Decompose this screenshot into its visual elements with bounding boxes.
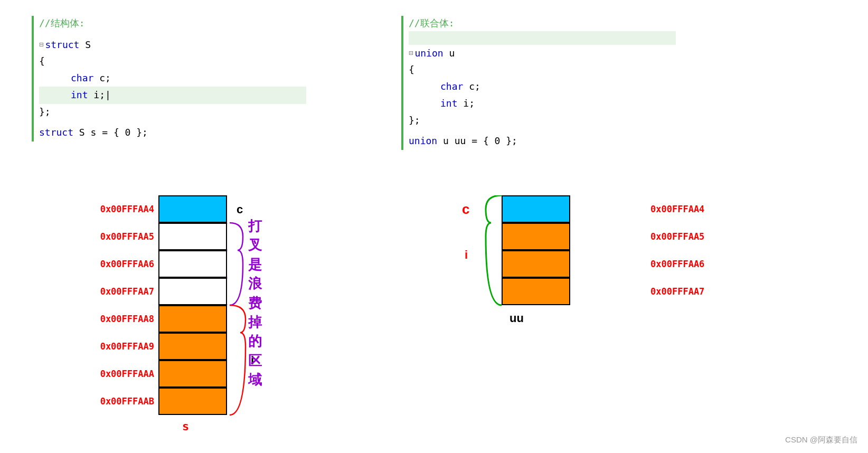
union-int-keyword: int xyxy=(440,95,463,112)
mem-row-aab: 0x00FFFAAB xyxy=(158,388,227,415)
union-addr-aa5: 0x00FFFAA5 xyxy=(650,231,761,242)
union-comment: //联合体: xyxy=(409,16,455,31)
mem-row-aaa: 0x00FFFAAA xyxy=(158,360,227,388)
addr-aa4: 0x00FFFAA4 xyxy=(43,204,154,214)
mem-row-aa8: 0x00FFFAA8 xyxy=(158,305,227,333)
addr-aab: 0x00FFFAAB xyxy=(43,396,154,407)
struct-instance-line: struct S s = { 0 }; xyxy=(39,124,306,141)
addr-aa5: 0x00FFFAA5 xyxy=(43,231,154,242)
addr-aa8: 0x00FFFAA8 xyxy=(43,314,154,324)
svg-text:c: c xyxy=(462,201,469,217)
union-line1: ⊟ union u xyxy=(409,45,676,62)
watermark: CSDN @阿森要自信 xyxy=(785,435,857,445)
svg-text:i: i xyxy=(465,248,468,261)
union-memory-rows: 0x00FFFAA4 0x00FFFAA5 0x00FFFAA6 0x00FFF… xyxy=(502,195,570,305)
union-addr-aa7: 0x00FFFAA7 xyxy=(650,286,761,297)
union-addr-aa4: 0x00FFFAA4 xyxy=(650,204,761,214)
union-char-line: char c; xyxy=(409,78,676,95)
mem-row-aa7: 0x00FFFAA7 xyxy=(158,278,227,305)
struct-comment-line: //结构体: xyxy=(39,16,306,31)
mem-row-aa9: 0x00FFFAA9 xyxy=(158,333,227,360)
int-keyword: int xyxy=(71,87,93,103)
union-int-var: i; xyxy=(463,96,475,112)
union-brace-open: { xyxy=(409,62,676,78)
minus-icon: ⊟ xyxy=(39,38,43,51)
struct-keyword2: struct xyxy=(39,124,79,141)
union-keyword: union xyxy=(414,45,449,62)
struct-memory-rows: 0x00FFFAA4 0x00FFFAA5 0x00FFFAA6 0x00FFF… xyxy=(158,195,227,415)
addr-aa7: 0x00FFFAA7 xyxy=(43,286,154,297)
addr-aa9: 0x00FFFAA9 xyxy=(43,341,154,352)
union-char-keyword: char xyxy=(440,78,469,95)
struct-line1: ⊟ struct S xyxy=(39,36,306,53)
union-name: u xyxy=(449,45,455,62)
struct-int-line: int i;| xyxy=(39,87,306,103)
union-char-var: c; xyxy=(469,79,480,95)
svg-text:c: c xyxy=(237,203,243,216)
union-int-line: int i; xyxy=(409,95,676,112)
addr-aa6: 0x00FFFAA6 xyxy=(43,259,154,269)
union-open-brace: { xyxy=(409,62,414,78)
union-close-brace: }; xyxy=(409,112,420,129)
struct-char-line: char c; xyxy=(39,70,306,87)
mem-row-aa6: 0x00FFFAA6 xyxy=(158,250,227,278)
char-keyword: char xyxy=(71,70,99,87)
union-minus-icon: ⊟ xyxy=(409,46,413,60)
addr-aaa: 0x00FFFAAA xyxy=(43,369,154,379)
mem-row-aa4: 0x00FFFAA4 xyxy=(158,195,227,223)
struct-code-block: //结构体: ⊟ struct S { char c; int i;| }; s… xyxy=(32,16,306,141)
struct-instance: S s = { 0 }; xyxy=(79,125,148,141)
struct-comment: //结构体: xyxy=(39,16,85,31)
struct-keyword: struct xyxy=(45,36,85,53)
union-keyword2: union xyxy=(409,133,443,149)
int-var: i;| xyxy=(93,87,111,103)
union-addr-aa6: 0x00FFFAA6 xyxy=(650,259,761,269)
union-comment-line: //联合体: xyxy=(409,16,676,31)
svg-text:uu: uu xyxy=(510,312,524,325)
union-mem-row-aa4: 0x00FFFAA4 xyxy=(502,195,570,223)
char-var: c; xyxy=(99,70,111,87)
mem-row-aa5: 0x00FFFAA5 xyxy=(158,223,227,250)
union-mem-row-aa5: 0x00FFFAA5 xyxy=(502,223,570,250)
struct-open-brace: { xyxy=(39,53,45,70)
union-code-block: //联合体: ⊟ union u { char c; int i; }; uni… xyxy=(401,16,676,150)
struct-brace-close: }; xyxy=(39,104,306,120)
wasted-area-text: 打叉是浪 费掉的区域 xyxy=(248,216,262,390)
union-mem-row-aa6: 0x00FFFAA6 xyxy=(502,250,570,278)
struct-close-brace: }; xyxy=(39,104,51,120)
union-instance: u uu = { 0 }; xyxy=(443,133,517,149)
union-brace-close: }; xyxy=(409,112,676,129)
struct-brace-open: { xyxy=(39,53,306,70)
struct-name: S xyxy=(85,37,91,53)
page-container: //结构体: ⊟ struct S { char c; int i;| }; s… xyxy=(0,0,868,453)
s-label: s xyxy=(182,420,189,433)
union-instance-line: union u uu = { 0 }; xyxy=(409,133,676,149)
union-mem-row-aa7: 0x00FFFAA7 xyxy=(502,278,570,305)
